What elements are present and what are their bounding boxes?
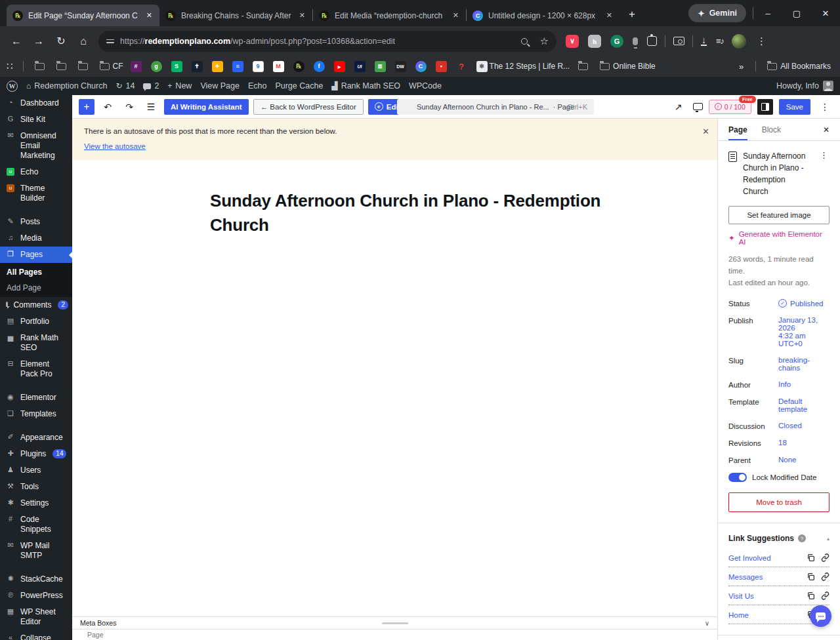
extensions-puzzle-icon[interactable] (647, 36, 657, 46)
move-to-trash-button[interactable]: Move to trash (728, 492, 830, 512)
window-minimize-button[interactable]: – (753, 0, 782, 26)
preview-monitor-icon[interactable] (693, 103, 703, 110)
adminbar-rank-math[interactable]: ▟ Rank Math SEO (331, 81, 400, 90)
dw-bookmark-icon[interactable]: DW (395, 61, 406, 72)
link-icon[interactable] (821, 591, 830, 600)
new-tab-button[interactable]: + (623, 6, 640, 23)
bookmark-online-bible[interactable]: Online Bible (613, 62, 656, 71)
editor-canvas[interactable]: Sunday Afternoon Church in Plano - Redem… (72, 160, 717, 616)
microphone-icon[interactable] (633, 37, 638, 45)
suggestion-link[interactable]: Visit Us (728, 592, 754, 600)
ui-bookmark-icon[interactable]: UI (354, 61, 366, 72)
gloo-bookmark-icon[interactable]: g (151, 61, 162, 72)
adminbar-site-name[interactable]: ⌂ Redemption Church (26, 81, 107, 90)
view-autosave-link[interactable]: View the autosave (84, 142, 146, 150)
tab-close-icon[interactable]: ✕ (145, 11, 154, 20)
gemini-button[interactable]: ✦ Gemini (688, 4, 746, 22)
youtube-bookmark-icon[interactable]: ▶ (334, 61, 345, 72)
generate-with-elementor-ai-link[interactable]: ✦ Generate with Elementor AI (728, 230, 830, 246)
link-icon[interactable] (821, 553, 830, 562)
tab-block[interactable]: Block (762, 119, 781, 140)
copy-icon[interactable] (807, 553, 815, 562)
notice-close-icon[interactable]: ✕ (702, 127, 709, 136)
adminbar-view-page[interactable]: View Page (200, 81, 240, 90)
sidebar-item-comments[interactable]: Comments2 (0, 297, 72, 313)
browser-menu-icon[interactable]: ⋮ (753, 35, 770, 47)
suggestion-link[interactable]: Get Involved (728, 554, 771, 562)
meta-boxes-chevron-icon[interactable]: ∨ (705, 620, 709, 627)
tab-page[interactable]: Page (728, 119, 747, 140)
sidebar-item-appearance[interactable]: ✐Appearance (0, 430, 72, 446)
field-value[interactable]: None (778, 456, 797, 464)
block-inserter-button[interactable]: + (79, 99, 94, 115)
sidebar-item-wp-sheet-editor[interactable]: ▦WP Sheet Editor (0, 604, 72, 630)
tab-close-icon[interactable]: ✕ (298, 11, 306, 20)
save-button[interactable]: Save (779, 99, 810, 115)
window-close-button[interactable]: ✕ (811, 0, 840, 26)
copy-icon[interactable] (807, 572, 815, 581)
list-view-icon[interactable]: ☰ (142, 99, 159, 115)
link-suggestions-header[interactable]: Link Suggestions ? ▴ (728, 534, 830, 543)
undo-icon[interactable]: ↶ (99, 99, 116, 115)
sidebar-item-media[interactable]: ♫Media (0, 230, 72, 247)
sidebar-item-posts[interactable]: ✎Posts (0, 214, 72, 230)
ai-writing-assistant-button[interactable]: AI Writing Assistant (164, 99, 249, 115)
field-value[interactable]: Default template (778, 397, 830, 413)
bookmark-folder-icon[interactable] (56, 63, 66, 70)
calendar-bookmark-icon[interactable]: 9 (253, 61, 264, 72)
twelve-steps-favicon-icon[interactable]: ✱ (476, 61, 488, 72)
tab-edit-media[interactable]: ℞ Edit Media “redemption-church ✕ (313, 5, 466, 26)
suggestion-link[interactable]: Messages (728, 573, 763, 581)
tab-close-icon[interactable]: ✕ (452, 11, 460, 20)
adminbar-account[interactable]: Howdy, Info (776, 81, 833, 91)
tab-close-icon[interactable]: ✕ (605, 11, 614, 20)
bookmark-folder-icon[interactable] (600, 63, 610, 70)
command-palette[interactable]: Sunday Afternoon Church in Plano - Re...… (397, 99, 594, 115)
collapse-panel-icon[interactable]: ▴ (827, 536, 830, 542)
screen-search-icon[interactable] (673, 37, 684, 45)
sidebar-item-element-pack[interactable]: ⊟Element Pack Pro (0, 356, 72, 382)
sidebar-item-tools[interactable]: ⚒Tools (0, 479, 72, 495)
field-value[interactable]: ✓Published (778, 299, 824, 308)
copy-icon[interactable] (807, 591, 815, 600)
adminbar-comments[interactable]: 2 (143, 81, 159, 90)
bookmark-folder-icon[interactable] (578, 63, 588, 70)
rank-math-seo-score[interactable]: r 0 / 100 Free (709, 100, 751, 114)
grammarly-extension-icon[interactable]: G (610, 35, 623, 48)
all-bookmarks-folder-icon[interactable] (767, 63, 777, 70)
editor-options-icon[interactable]: ⋮ (816, 99, 833, 115)
forward-icon[interactable]: → (28, 30, 50, 52)
subsplash-bookmark-icon[interactable]: S (171, 61, 182, 72)
bookmark-folder-icon[interactable] (35, 63, 45, 70)
keep-bookmark-icon[interactable]: ✦ (212, 61, 223, 72)
submenu-all-pages[interactable]: All Pages (0, 264, 72, 280)
wordpress-logo-icon[interactable]: W (7, 81, 18, 92)
field-value[interactable]: January 13, 2026 4:32 am UTC+0 (778, 316, 830, 348)
field-value[interactable]: Closed (778, 422, 802, 430)
question-bookmark-icon[interactable]: ? (456, 61, 467, 72)
meta-boxes-drag-handle[interactable] (382, 622, 408, 624)
canva-bookmark-icon[interactable]: C (415, 61, 427, 72)
redemption-bookmark-icon[interactable]: ℞ (293, 61, 304, 72)
help-icon[interactable]: ? (798, 534, 806, 542)
url-text[interactable]: https://redemptionplano.com/wp-admin/pos… (120, 37, 515, 46)
sidebar-item-code-snippets[interactable]: #Code Snippets (0, 511, 72, 538)
bookmark-twelve-steps[interactable]: The 12 Steps | Life R... (490, 62, 570, 71)
tab-edit-page[interactable]: ℞ Edit Page “Sunday Afternoon C ✕ (7, 5, 159, 26)
tab-breaking-chains[interactable]: ℞ Breaking Chains - Sunday After ✕ (159, 5, 312, 26)
sidebar-item-omnisend[interactable]: ✉Omnisend Email Marketing (0, 128, 72, 164)
meta-boxes-bar[interactable]: Meta Boxes ∨ (72, 616, 717, 629)
bookmark-folder-icon[interactable] (100, 63, 110, 70)
sidebar-item-stackcache[interactable]: ✺StackCache (0, 571, 72, 588)
pocket-extension-icon[interactable]: ∨ (566, 35, 579, 48)
field-value[interactable]: breaking-chains (778, 356, 830, 372)
sidebar-item-pages[interactable]: ❐Pages (0, 247, 72, 263)
chat-widget-button[interactable] (810, 605, 831, 627)
gmail-bookmark-icon[interactable]: M (273, 61, 284, 72)
sidebar-item-site-kit[interactable]: GSite Kit (0, 111, 72, 128)
sidebar-item-echo[interactable]: uEcho (0, 164, 72, 180)
view-page-external-icon[interactable]: ↗ (670, 99, 687, 115)
slack-bookmark-icon[interactable]: # (131, 61, 142, 72)
church-app-bookmark-icon[interactable]: ✝ (192, 61, 203, 72)
apps-grid-icon[interactable]: ∷ (7, 60, 14, 72)
